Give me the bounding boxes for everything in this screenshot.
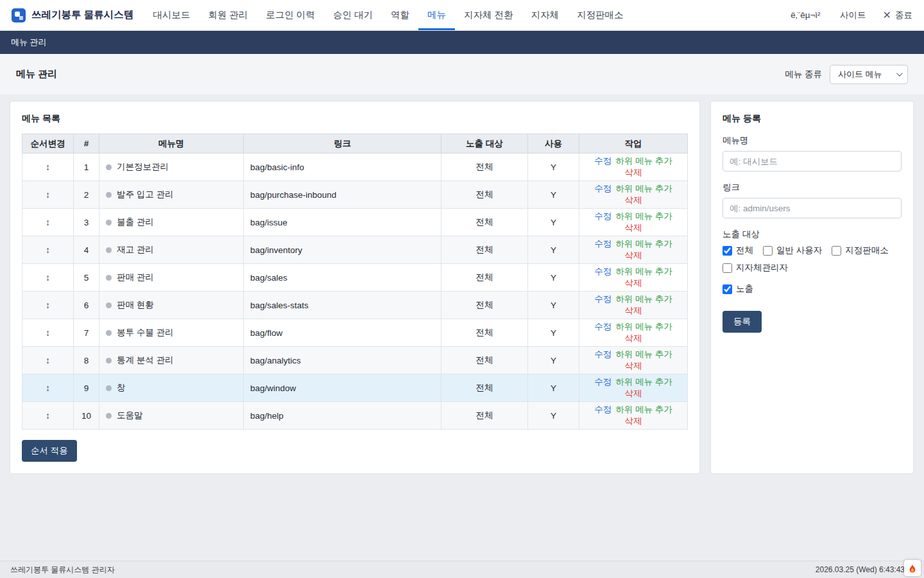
register-button[interactable]: 등록 (723, 311, 762, 333)
delete-link[interactable]: 삭제 (625, 389, 642, 398)
drag-handle-icon[interactable]: ↕ (46, 272, 50, 283)
edit-link[interactable]: 수정 (594, 405, 612, 414)
edit-link[interactable]: 수정 (594, 294, 612, 304)
drag-handle-icon[interactable]: ↕ (46, 410, 50, 421)
nav-item-approval-pending[interactable]: 승인 대기 (324, 0, 382, 30)
nav-item-menu[interactable]: 메뉴 (418, 0, 455, 30)
add-submenu-link[interactable]: 하위 메뉴 추가 (615, 267, 672, 276)
menu-name: 창 (117, 383, 126, 392)
checkbox-local-gov-admin[interactable]: 지자체관리자 (723, 262, 788, 274)
nav-item-login-history[interactable]: 로그인 이력 (257, 0, 324, 30)
delete-link[interactable]: 삭제 (625, 416, 642, 426)
drag-handle-icon[interactable]: ↕ (46, 245, 50, 255)
menu-use: Y (528, 209, 579, 236)
menu-link: bag/basic-info (244, 153, 441, 181)
main-content: 메뉴 목록 순서변경 # 메뉴명 링크 노출 대상 사용 작업 ↕1기본정보관리… (0, 94, 924, 474)
menu-target: 전체 (441, 153, 528, 181)
edit-link[interactable]: 수정 (594, 267, 612, 276)
add-submenu-link[interactable]: 하위 메뉴 추가 (615, 156, 672, 166)
row-number: 7 (74, 319, 99, 347)
drag-handle-icon[interactable]: ↕ (46, 355, 50, 365)
menu-dot-icon (106, 247, 112, 253)
table-header-row: 순서변경 # 메뉴명 링크 노출 대상 사용 작업 (22, 134, 688, 153)
row-number: 5 (74, 264, 99, 292)
delete-link[interactable]: 삭제 (625, 195, 642, 205)
menu-name-input[interactable] (723, 151, 902, 171)
menu-table: 순서변경 # 메뉴명 링크 노출 대상 사용 작업 ↕1기본정보관리bag/ba… (22, 134, 688, 430)
nav-item-designated-sellers[interactable]: 지정판매소 (568, 0, 633, 30)
brand[interactable]: 쓰레기봉투 물류시스템 (12, 0, 133, 30)
debug-toolbar-toggle[interactable] (904, 560, 921, 576)
row-number: 9 (74, 374, 99, 402)
delete-link[interactable]: 삭제 (625, 278, 642, 288)
footer-datetime: 2026.03.25 (Wed) 6:43:43 (816, 565, 905, 574)
nav-item-local-gov-switch[interactable]: 지자체 전환 (455, 0, 522, 30)
edit-link[interactable]: 수정 (594, 377, 612, 387)
menu-dot-icon (106, 413, 112, 419)
table-row: ↕2발주 입고 관리bag/purchase-inbound전체Y수정하위 메뉴… (22, 181, 688, 209)
checkbox-local-gov-admin-input[interactable] (723, 263, 732, 273)
menu-link: bag/issue (244, 209, 441, 236)
menu-name: 판매 현황 (117, 300, 154, 310)
checkbox-designated-seller-input[interactable] (832, 246, 841, 256)
user-name: ë‚¨êµ¬ì²­ (791, 10, 823, 20)
menu-register-title: 메뉴 등록 (723, 113, 902, 125)
menu-use: Y (528, 236, 579, 264)
col-link: 링크 (244, 134, 441, 153)
checkbox-general-user-input[interactable] (763, 246, 773, 256)
add-submenu-link[interactable]: 하위 메뉴 추가 (615, 211, 672, 221)
menu-link-label: 링크 (723, 182, 902, 193)
row-number: 3 (74, 209, 99, 236)
menu-dot-icon (106, 275, 112, 281)
add-submenu-link[interactable]: 하위 메뉴 추가 (615, 405, 672, 414)
drag-handle-icon[interactable]: ↕ (46, 217, 50, 227)
checkbox-visible[interactable]: 노출 (723, 283, 753, 295)
edit-link[interactable]: 수정 (594, 239, 612, 249)
delete-link[interactable]: 삭제 (625, 223, 642, 232)
add-submenu-link[interactable]: 하위 메뉴 추가 (615, 294, 672, 304)
footer-admin-label: 쓰레기봉투 물류시스템 관리자 (10, 565, 115, 575)
site-link[interactable]: 사이트 (840, 10, 866, 21)
drag-handle-icon[interactable]: ↕ (46, 300, 50, 310)
edit-link[interactable]: 수정 (594, 156, 612, 166)
visible-checkbox-label: 노출 (736, 283, 753, 295)
nav-item-members[interactable]: 회원 관리 (199, 0, 257, 30)
visible-checkbox-input[interactable] (723, 285, 732, 294)
menu-type-select[interactable]: 사이트 메뉴 (830, 65, 908, 84)
delete-link[interactable]: 삭제 (625, 333, 642, 343)
checkbox-designated-seller[interactable]: 지정판매소 (832, 245, 889, 256)
edit-link[interactable]: 수정 (594, 322, 612, 331)
drag-handle-icon[interactable]: ↕ (46, 328, 50, 338)
drag-handle-icon[interactable]: ↕ (46, 162, 50, 172)
logout-link[interactable]: ✕ 종료 (883, 10, 912, 21)
nav-item-roles[interactable]: 역할 (382, 0, 418, 30)
add-submenu-link[interactable]: 하위 메뉴 추가 (615, 239, 672, 249)
checkbox-all-input[interactable] (723, 246, 732, 256)
add-submenu-link[interactable]: 하위 메뉴 추가 (615, 349, 672, 359)
delete-link[interactable]: 삭제 (625, 168, 642, 177)
add-submenu-link[interactable]: 하위 메뉴 추가 (615, 377, 672, 387)
nav-item-dashboard[interactable]: 대시보드 (144, 0, 199, 30)
delete-link[interactable]: 삭제 (625, 361, 642, 371)
drag-handle-icon[interactable]: ↕ (46, 189, 50, 200)
checkbox-local-gov-admin-label: 지자체관리자 (736, 262, 788, 274)
edit-link[interactable]: 수정 (594, 349, 612, 359)
add-submenu-link[interactable]: 하위 메뉴 추가 (615, 184, 672, 193)
menu-name: 판매 관리 (117, 272, 154, 282)
menu-target: 전체 (441, 236, 528, 264)
edit-link[interactable]: 수정 (594, 184, 612, 193)
col-order: 순서변경 (22, 134, 74, 153)
checkbox-general-user[interactable]: 일반 사용자 (763, 245, 822, 256)
nav-item-local-gov[interactable]: 지자체 (522, 0, 568, 30)
menu-link: bag/help (244, 402, 441, 430)
drag-handle-icon[interactable]: ↕ (46, 383, 50, 393)
apply-order-button[interactable]: 순서 적용 (22, 440, 77, 462)
main-nav: 대시보드회원 관리로그인 이력승인 대기역할메뉴지자체 전환지자체지정판매소 (144, 0, 632, 30)
delete-link[interactable]: 삭제 (625, 306, 642, 315)
add-submenu-link[interactable]: 하위 메뉴 추가 (615, 322, 672, 331)
edit-link[interactable]: 수정 (594, 211, 612, 221)
menu-link-input[interactable] (723, 198, 902, 218)
chevron-down-icon (896, 70, 903, 76)
delete-link[interactable]: 삭제 (625, 250, 642, 260)
checkbox-all[interactable]: 전체 (723, 245, 753, 256)
